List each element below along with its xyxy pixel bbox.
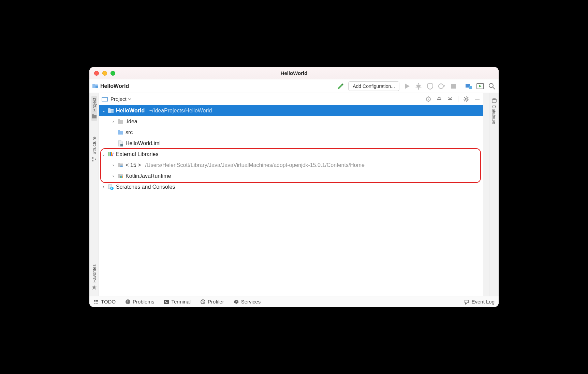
status-services[interactable]: Services (234, 299, 261, 305)
svg-rect-61 (122, 176, 123, 178)
build-hammer-icon[interactable] (337, 82, 345, 90)
separator (461, 82, 461, 90)
stop-icon[interactable] (449, 82, 457, 90)
svg-rect-50 (108, 152, 109, 156)
svg-rect-17 (92, 115, 97, 118)
sidebar-tab-project[interactable]: Project (91, 96, 97, 121)
ide-window: HelloWorld HelloWorld Add Configuration.… (89, 67, 499, 307)
project-structure-icon[interactable] (465, 82, 473, 90)
svg-rect-1 (92, 84, 95, 85)
library-folder-icon (117, 173, 123, 179)
zoom-window-button[interactable] (111, 71, 115, 76)
left-tool-strip: Project Structure Favorites (89, 93, 99, 296)
svg-point-64 (492, 98, 496, 100)
collapse-all-icon[interactable] (447, 96, 453, 102)
chevron-right-icon[interactable]: › (111, 174, 115, 178)
folder-icon (117, 119, 123, 125)
svg-rect-48 (118, 130, 120, 131)
chevron-right-icon[interactable]: › (111, 119, 115, 124)
hide-tool-window-icon[interactable] (474, 96, 480, 102)
svg-point-3 (417, 84, 420, 88)
status-terminal[interactable]: Terminal (164, 299, 191, 305)
status-todo[interactable]: TODO (93, 299, 116, 305)
coverage-icon[interactable] (426, 82, 434, 90)
file-icon (117, 140, 123, 146)
status-label: Problems (133, 299, 154, 305)
terminal-icon (164, 299, 169, 305)
svg-point-25 (428, 98, 429, 99)
svg-rect-72 (128, 300, 128, 302)
tree-node-label: KotlinJavaRuntime (126, 173, 171, 179)
close-window-button[interactable] (94, 71, 99, 76)
tree-node-idea[interactable]: › .idea (99, 116, 483, 127)
problems-icon (125, 299, 131, 305)
svg-line-9 (420, 87, 421, 88)
gear-icon[interactable] (463, 96, 469, 102)
svg-rect-55 (118, 163, 120, 164)
sidebar-tab-database[interactable]: Database (491, 96, 497, 126)
tree-node-path: ~/IdeaProjects/HelloWorld (149, 108, 212, 114)
titlebar: HelloWorld (89, 67, 499, 79)
run-icon[interactable] (403, 82, 411, 90)
svg-line-40 (468, 97, 469, 98)
tree-node-jdk[interactable]: › < 15 > /Users/HelenScott/Library/Java/… (99, 160, 483, 171)
svg-rect-23 (102, 97, 107, 98)
status-label: Terminal (171, 299, 191, 305)
tree-node-scratches[interactable]: › Scratches and Consoles (99, 182, 483, 192)
svg-rect-2 (95, 86, 98, 88)
module-folder-icon (92, 83, 98, 89)
tree-node-iml[interactable]: HelloWorld.iml (99, 138, 483, 149)
expand-all-icon[interactable] (436, 96, 442, 102)
status-event-log[interactable]: Event Log (464, 299, 495, 305)
svg-rect-49 (120, 144, 123, 146)
sidebar-tab-favorites[interactable]: Favorites (91, 262, 97, 292)
tree-node-external-libraries[interactable]: ⌄ External Libraries (99, 149, 483, 160)
search-everywhere-icon[interactable] (488, 82, 496, 90)
tree-node-kotlin-runtime[interactable]: › KotlinJavaRuntime (99, 171, 483, 182)
chevron-down-icon[interactable]: ⌄ (102, 152, 106, 157)
project-view-selector[interactable]: Project (111, 96, 131, 102)
minimize-window-button[interactable] (102, 71, 107, 76)
chevron-right-icon[interactable]: › (111, 163, 115, 168)
svg-rect-51 (110, 152, 111, 156)
svg-point-15 (489, 83, 493, 88)
svg-rect-60 (121, 176, 122, 178)
breadcrumb-project[interactable]: HelloWorld (100, 83, 129, 89)
chevron-right-icon[interactable]: › (102, 185, 106, 189)
debug-icon[interactable] (414, 82, 423, 90)
status-label: Event Log (471, 299, 495, 305)
status-profiler[interactable]: Profiler (200, 299, 224, 305)
jdk-folder-icon (117, 162, 123, 168)
svg-rect-73 (128, 302, 128, 303)
add-configuration-button[interactable]: Add Configuration... (348, 81, 399, 91)
sidebar-tab-structure[interactable]: Structure (91, 135, 97, 164)
svg-rect-11 (451, 84, 456, 89)
tree-node-label: Scratches and Consoles (116, 184, 175, 190)
tree-root-node[interactable]: ⌄ HelloWorld ~/IdeaProjects/HelloWorld (99, 105, 483, 116)
scratches-icon (108, 184, 114, 190)
project-tree[interactable]: ⌄ HelloWorld ~/IdeaProjects/HelloWorld ›… (99, 105, 483, 296)
svg-line-39 (464, 100, 465, 101)
project-view-icon (102, 96, 108, 102)
svg-line-6 (416, 85, 417, 85)
tree-node-label: HelloWorld (116, 108, 145, 114)
tree-node-label: HelloWorld.iml (126, 140, 161, 146)
source-folder-icon (117, 129, 123, 136)
svg-rect-52 (111, 152, 112, 156)
run-anything-icon[interactable] (476, 82, 484, 90)
profiler-icon (200, 299, 206, 305)
sidebar-tab-label: Favorites (91, 264, 97, 282)
profiler-dropdown-icon[interactable] (438, 82, 446, 90)
svg-rect-59 (120, 176, 121, 178)
chevron-down-icon[interactable]: ⌄ (102, 108, 106, 113)
window-body: Project Structure Favorites Project (89, 93, 499, 296)
svg-rect-43 (108, 108, 111, 110)
status-problems[interactable]: Problems (125, 299, 154, 305)
status-label: Profiler (208, 299, 224, 305)
svg-point-32 (465, 98, 467, 100)
svg-line-37 (464, 97, 465, 98)
tree-node-src[interactable]: src (99, 127, 483, 138)
select-opened-file-icon[interactable] (425, 96, 431, 102)
libraries-icon (108, 151, 114, 157)
status-bar: TODO Problems Terminal Profiler Services… (89, 296, 499, 307)
